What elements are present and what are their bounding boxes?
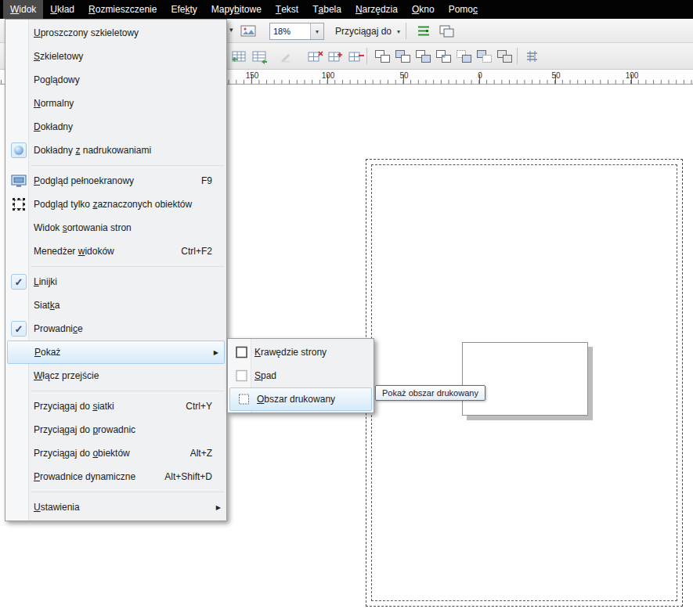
- green-guides-icon[interactable]: [413, 21, 434, 41]
- menubar-item-efekty[interactable]: Efekty: [164, 0, 204, 19]
- submenu-item-spad[interactable]: Spad: [228, 364, 374, 387]
- menu-item-podglad-zaznaczonych[interactable]: Podgląd tylko zaznaczonych obiektów: [5, 193, 226, 216]
- image-icon[interactable]: [238, 21, 258, 41]
- ruler-label: 100: [625, 71, 639, 80]
- menu-item-label: Prowadnice: [34, 323, 83, 334]
- menu-item-menedzer-widokow[interactable]: Menedżer widoków Ctrl+F2: [5, 240, 226, 263]
- menu-item-label: Przyciągaj do prowadnic: [34, 424, 135, 435]
- menubar-item-tabela[interactable]: Tabela: [305, 0, 348, 19]
- menu-item-label: Uproszczony szkieletowy: [34, 27, 139, 38]
- menu-item-label: Linijki: [34, 276, 57, 287]
- distribute-icon[interactable]: [522, 46, 542, 67]
- menu-item-label: Normalny: [34, 98, 74, 109]
- dropdown-caret-icon[interactable]: [229, 26, 233, 34]
- menubar-item-mapy-bitowe[interactable]: Mapy bitowe: [204, 0, 269, 19]
- ruler-label: 100: [321, 71, 335, 80]
- menu-item-label: Siatka: [34, 300, 60, 311]
- duplicate-window-icon[interactable]: [436, 21, 457, 41]
- menu-item-label: Obszar drukowany: [257, 394, 335, 405]
- menu-item-przyciagaj-do-obiektow[interactable]: Przyciągaj do obiektów Alt+Z: [5, 441, 226, 465]
- menu-separator: [31, 165, 224, 166]
- menu-item-szkieletowy[interactable]: Szkieletowy: [5, 45, 226, 68]
- checkmark-icon: [9, 274, 29, 290]
- ruler-label: 50: [549, 71, 563, 80]
- zoom-level-combobox: [269, 23, 324, 40]
- menubar-item-widok[interactable]: Widok: [3, 0, 43, 19]
- menu-item-uproszczony-szkieletowy[interactable]: Uproszczony szkieletowy: [5, 21, 226, 45]
- menubar-item-rozmieszczenie[interactable]: Rozmieszczenie: [81, 0, 164, 19]
- simplify-icon[interactable]: [434, 46, 454, 67]
- bleed-icon: [231, 369, 251, 383]
- trim-icon[interactable]: [393, 46, 413, 67]
- submenu-arrow-icon: [214, 349, 218, 356]
- menu-item-label: Ustawienia: [34, 502, 80, 513]
- ruler-label: 0: [473, 71, 487, 80]
- menubar-item-okno[interactable]: Okno: [405, 0, 442, 19]
- front-minus-back-icon[interactable]: [454, 46, 475, 67]
- grid-mark-icon-3[interactable]: [346, 46, 366, 67]
- chevron-down-icon: [397, 28, 400, 35]
- menubar-item-tekst[interactable]: Tekst: [269, 0, 305, 19]
- menu-item-prowadnice[interactable]: Prowadnice: [5, 317, 226, 340]
- menu-separator: [31, 391, 224, 391]
- menu-item-normalny[interactable]: Normalny: [5, 92, 226, 115]
- menubar-item-narzedzia[interactable]: Narzędzia: [348, 0, 405, 19]
- submenu-item-obszar-drukowany[interactable]: Obszar drukowany: [229, 387, 372, 411]
- menu-item-pokaz[interactable]: Pokaż: [7, 340, 225, 364]
- fullscreen-preview-icon: [9, 175, 29, 187]
- weld-icon[interactable]: [373, 46, 393, 67]
- menu-item-shortcut: F9: [187, 175, 217, 186]
- tooltip-text: Pokaż obszar drukowany: [382, 388, 478, 398]
- snap-to-label: Przyciągaj do: [335, 26, 392, 37]
- submenu-item-krawedzie-strony[interactable]: Krawędzie strony: [228, 340, 374, 364]
- menu-item-przyciagaj-do-prowadnic[interactable]: Przyciągaj do prowadnic: [5, 418, 226, 441]
- grid-mark-icon-2[interactable]: [326, 46, 346, 67]
- table-arrow-icon[interactable]: [249, 46, 269, 67]
- ruler-label: 50: [397, 71, 411, 80]
- menu-item-label: Poglądowy: [34, 74, 80, 85]
- menu-item-label: Dokładny z nadrukowaniami: [34, 145, 151, 156]
- menu-item-ustawienia[interactable]: Ustawienia: [5, 495, 226, 519]
- menu-item-prowadnice-dynamiczne[interactable]: Prowadnice dynamiczne Alt+Shift+D: [5, 465, 226, 488]
- view-menu: Uproszczony szkieletowy Szkieletowy Pogl…: [5, 19, 227, 521]
- menu-item-label: Prowadnice dynamiczne: [34, 471, 135, 482]
- grid-mark-icon-1[interactable]: [305, 46, 326, 67]
- tooltip: Pokaż obszar drukowany: [375, 385, 485, 401]
- menubar: Widok Układ Rozmieszczenie Efekty Mapy b…: [0, 0, 693, 19]
- page-border-icon: [231, 346, 251, 359]
- back-minus-front-icon[interactable]: [475, 46, 495, 67]
- menu-item-shortcut: Alt+Shift+D: [150, 471, 217, 482]
- menu-item-przyciagaj-do-siatki[interactable]: Przyciągaj do siatki Ctrl+Y: [5, 394, 226, 418]
- menubar-item-uklad[interactable]: Układ: [43, 0, 81, 19]
- menu-item-wlacz-przejscie[interactable]: Włącz przejście: [5, 364, 226, 387]
- snap-to-dropdown[interactable]: Przyciągaj do: [330, 23, 405, 40]
- menu-item-dokladny[interactable]: Dokładny: [5, 115, 226, 139]
- menu-item-podglad-pelnoekranowy[interactable]: Podgląd pełnoekranowy F9: [5, 169, 226, 193]
- menu-item-linijki[interactable]: Linijki: [5, 270, 226, 294]
- printable-area-icon: [233, 393, 254, 406]
- menu-item-dokladny-z-nadrukowaniami[interactable]: Dokładny z nadrukowaniami: [5, 139, 226, 162]
- menu-item-shortcut: Ctrl+F2: [167, 246, 217, 257]
- menu-item-label: Podgląd pełnoekranowy: [34, 175, 134, 186]
- menubar-item-pomoc[interactable]: Pomoc: [442, 0, 485, 19]
- menu-item-widok-sortowania-stron[interactable]: Widok sortowania stron: [5, 216, 226, 240]
- zoom-dropdown-button[interactable]: [310, 23, 323, 39]
- menu-item-label: Dokładny: [34, 121, 73, 132]
- menu-item-label: Przyciągaj do obiektów: [34, 448, 130, 459]
- menu-item-pogladowy[interactable]: Poglądowy: [5, 68, 226, 92]
- menu-item-shortcut: Ctrl+Y: [171, 401, 217, 412]
- intersect-icon[interactable]: [413, 46, 434, 67]
- rectangle-object[interactable]: [462, 342, 588, 416]
- table-icon[interactable]: [229, 46, 249, 67]
- show-submenu: Krawędzie strony Spad Obszar drukowany: [227, 338, 374, 413]
- menu-item-label: Podgląd tylko zaznaczonych obiektów: [34, 199, 192, 210]
- menu-separator: [31, 492, 224, 492]
- boundary-icon[interactable]: [495, 46, 515, 67]
- menu-item-label: Włącz przejście: [34, 370, 99, 381]
- menu-item-label: Pokaż: [34, 347, 60, 358]
- toolbar-separator: [517, 48, 518, 64]
- menu-item-siatka[interactable]: Siatka: [5, 294, 226, 317]
- menu-item-label: Spad: [254, 370, 276, 381]
- zoom-level-input[interactable]: [270, 23, 310, 39]
- menu-item-label: Menedżer widoków: [34, 246, 114, 257]
